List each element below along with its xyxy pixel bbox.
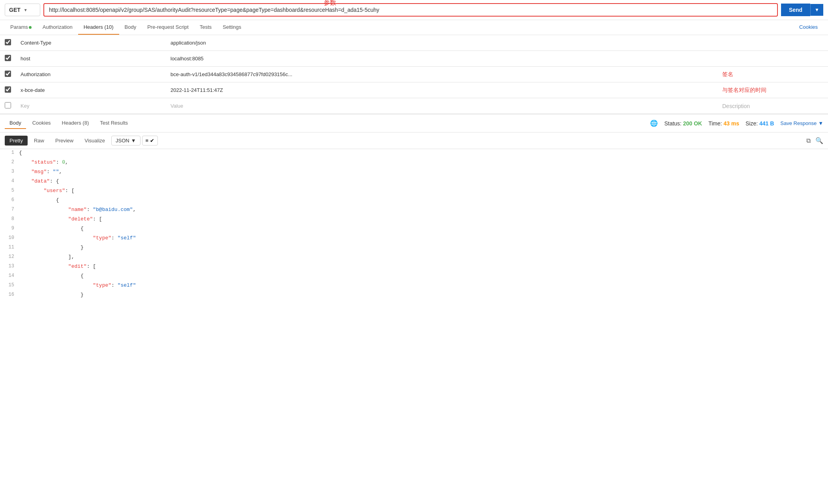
method-label: GET — [9, 7, 21, 13]
top-tabs-row: Params Authorization Headers (10) Body P… — [0, 20, 828, 35]
code-line-2: 2 "status": 0, — [0, 159, 828, 168]
tab-params[interactable]: Params — [5, 20, 37, 35]
status-time: 43 ms — [723, 120, 739, 127]
save-response-button[interactable]: Save Response ▼ — [780, 120, 823, 126]
row3-checkbox[interactable] — [5, 71, 11, 77]
code-line-9: 9 { — [0, 225, 828, 234]
response-code-block: 1 { 2 "status": 0, 3 "msg": "", 4 "data"… — [0, 149, 828, 301]
format-tab-visualize[interactable]: Visualize — [80, 136, 110, 146]
url-input-wrapper — [43, 3, 778, 17]
body-tab-cookies[interactable]: Cookies — [28, 118, 56, 129]
send-dropdown-button[interactable]: ▼ — [810, 4, 823, 16]
code-line-16: 16 } — [0, 291, 828, 301]
row1-checkbox[interactable] — [5, 39, 11, 45]
json-select-chevron: ▼ — [131, 138, 136, 144]
code-line-10: 10 "type": "self" — [0, 234, 828, 244]
params-dot — [29, 26, 32, 29]
code-line-14: 14 { — [0, 272, 828, 282]
code-line-5: 5 "users": [ — [0, 187, 828, 196]
size-label: Size: 441 B — [746, 120, 774, 127]
table-row: x-bce-date 2022-11-24T11:51:47Z 与签名对应的时间 — [0, 82, 828, 98]
row1-desc — [717, 35, 828, 51]
headers-table: Content-Type application/json host local… — [0, 35, 828, 114]
row4-value: 2022-11-24T11:51:47Z — [166, 82, 717, 98]
row4-desc: 与签名对应的时间 — [717, 82, 828, 98]
row2-checkbox[interactable] — [5, 55, 11, 61]
code-line-13: 13 "edit": [ — [0, 263, 828, 272]
row3-key: Authorization — [16, 67, 166, 82]
tab-settings[interactable]: Settings — [217, 20, 247, 35]
key-placeholder: Key — [21, 103, 29, 109]
row2-desc — [717, 51, 828, 67]
row3-desc: 签名 — [717, 67, 828, 82]
method-chevron: ▼ — [24, 8, 28, 12]
row4-checkbox[interactable] — [5, 86, 11, 93]
headers-table-section: Content-Type application/json host local… — [0, 35, 828, 114]
body-tab-body[interactable]: Body — [5, 118, 26, 129]
code-line-15: 15 "type": "self" — [0, 282, 828, 291]
tab-authorization[interactable]: Authorization — [37, 20, 78, 35]
status-size: 441 B — [759, 120, 774, 127]
body-tab-headers8[interactable]: Headers (8) — [57, 118, 94, 129]
format-tab-pretty[interactable]: Pretty — [5, 136, 28, 146]
method-select[interactable]: GET ▼ — [5, 4, 40, 16]
send-button[interactable]: Send — [781, 4, 810, 16]
save-response-chevron: ▼ — [818, 120, 823, 126]
format-select[interactable]: JSON ▼ — [111, 136, 140, 146]
desc-placeholder: Description — [722, 103, 750, 109]
filter-button[interactable]: ≡ ✔ — [142, 136, 158, 146]
code-line-6: 6 { — [0, 196, 828, 206]
row1-value: application/json — [166, 35, 717, 51]
search-icon[interactable]: 🔍 — [815, 137, 823, 144]
status-code: 200 OK — [683, 120, 702, 127]
time-label: Time: 43 ms — [708, 120, 739, 127]
table-row: host localhost:8085 — [0, 51, 828, 67]
globe-icon: 🌐 — [650, 119, 658, 127]
code-line-7: 7 "name": "b@baidu.com", — [0, 206, 828, 215]
code-line-3: 3 "msg": "", — [0, 168, 828, 177]
tab-pre-request-script[interactable]: Pre-request Script — [142, 20, 194, 35]
body-tab-test-results[interactable]: Test Results — [95, 118, 133, 129]
response-format-row: Pretty Raw Preview Visualize JSON ▼ ≡ ✔ … — [0, 133, 828, 149]
tab-headers[interactable]: Headers (10) — [78, 20, 119, 35]
code-line-12: 12 ], — [0, 253, 828, 263]
body-tabs-row: Body Cookies Headers (8) Test Results 🌐 … — [0, 114, 828, 133]
right-icon-area: ⧉ 🔍 — [806, 137, 823, 144]
tab-body[interactable]: Body — [119, 20, 142, 35]
tab-tests[interactable]: Tests — [194, 20, 217, 35]
row1-key: Content-Type — [16, 35, 166, 51]
code-line-8: 8 "delete": [ — [0, 215, 828, 225]
row5-checkbox[interactable] — [5, 102, 11, 108]
status-label: Status: 200 OK — [664, 120, 702, 127]
tab-cookies[interactable]: Cookies — [794, 20, 823, 35]
row3-value: bce-auth-v1/1ed344a83c934586877c97fd0293… — [166, 67, 717, 82]
table-row-empty: Key Value Description — [0, 98, 828, 114]
params-annotation: 参数 — [324, 0, 336, 7]
url-bar: GET ▼ Send ▼ — [0, 0, 828, 20]
value-placeholder: Value — [170, 103, 183, 109]
table-row: Authorization bce-auth-v1/1ed344a83c9345… — [0, 67, 828, 82]
row2-value: localhost:8085 — [166, 51, 717, 67]
row2-key: host — [16, 51, 166, 67]
body-status-area: 🌐 Status: 200 OK Time: 43 ms Size: 441 B… — [650, 119, 823, 127]
url-input[interactable] — [43, 3, 778, 17]
copy-icon[interactable]: ⧉ — [806, 137, 811, 144]
code-line-4: 4 "data": { — [0, 177, 828, 187]
row4-key: x-bce-date — [16, 82, 166, 98]
code-line-1: 1 { — [0, 149, 828, 159]
format-tab-preview[interactable]: Preview — [51, 136, 78, 146]
table-row: Content-Type application/json — [0, 35, 828, 51]
code-line-11: 11 } — [0, 244, 828, 253]
format-tab-raw[interactable]: Raw — [29, 136, 49, 146]
